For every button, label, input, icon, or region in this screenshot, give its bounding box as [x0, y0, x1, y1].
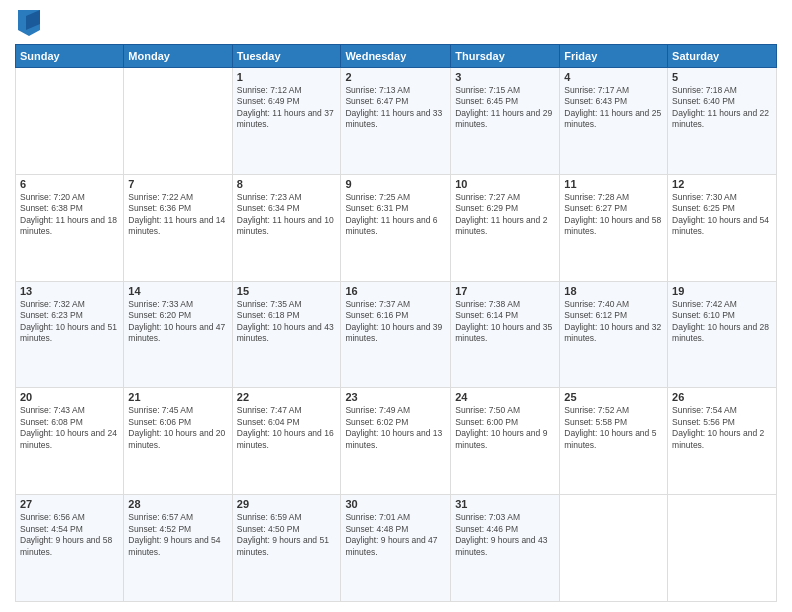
- day-info: Sunrise: 7:01 AMSunset: 4:48 PMDaylight:…: [345, 512, 446, 558]
- day-number: 31: [455, 498, 555, 510]
- day-number: 27: [20, 498, 119, 510]
- day-number: 9: [345, 178, 446, 190]
- calendar-cell: 16Sunrise: 7:37 AMSunset: 6:16 PMDayligh…: [341, 281, 451, 388]
- calendar-cell: 31Sunrise: 7:03 AMSunset: 4:46 PMDayligh…: [451, 495, 560, 602]
- day-number: 5: [672, 71, 772, 83]
- day-info: Sunrise: 7:13 AMSunset: 6:47 PMDaylight:…: [345, 85, 446, 131]
- day-header-friday: Friday: [560, 45, 668, 68]
- calendar-table: SundayMondayTuesdayWednesdayThursdayFrid…: [15, 44, 777, 602]
- calendar-cell: [124, 68, 232, 175]
- day-number: 18: [564, 285, 663, 297]
- calendar-cell: 2Sunrise: 7:13 AMSunset: 6:47 PMDaylight…: [341, 68, 451, 175]
- day-header-saturday: Saturday: [668, 45, 777, 68]
- calendar-cell: 4Sunrise: 7:17 AMSunset: 6:43 PMDaylight…: [560, 68, 668, 175]
- calendar-cell: 15Sunrise: 7:35 AMSunset: 6:18 PMDayligh…: [232, 281, 341, 388]
- calendar-cell: 28Sunrise: 6:57 AMSunset: 4:52 PMDayligh…: [124, 495, 232, 602]
- calendar-cell: 23Sunrise: 7:49 AMSunset: 6:02 PMDayligh…: [341, 388, 451, 495]
- day-number: 12: [672, 178, 772, 190]
- day-header-tuesday: Tuesday: [232, 45, 341, 68]
- calendar-cell: 13Sunrise: 7:32 AMSunset: 6:23 PMDayligh…: [16, 281, 124, 388]
- day-info: Sunrise: 7:50 AMSunset: 6:00 PMDaylight:…: [455, 405, 555, 451]
- day-number: 25: [564, 391, 663, 403]
- day-info: Sunrise: 7:20 AMSunset: 6:38 PMDaylight:…: [20, 192, 119, 238]
- calendar-cell: [16, 68, 124, 175]
- day-number: 15: [237, 285, 337, 297]
- day-info: Sunrise: 7:22 AMSunset: 6:36 PMDaylight:…: [128, 192, 227, 238]
- day-info: Sunrise: 7:03 AMSunset: 4:46 PMDaylight:…: [455, 512, 555, 558]
- day-info: Sunrise: 6:57 AMSunset: 4:52 PMDaylight:…: [128, 512, 227, 558]
- day-number: 16: [345, 285, 446, 297]
- calendar-cell: 12Sunrise: 7:30 AMSunset: 6:25 PMDayligh…: [668, 174, 777, 281]
- day-number: 1: [237, 71, 337, 83]
- logo: [15, 10, 40, 36]
- day-header-monday: Monday: [124, 45, 232, 68]
- calendar-week-3: 20Sunrise: 7:43 AMSunset: 6:08 PMDayligh…: [16, 388, 777, 495]
- day-info: Sunrise: 7:15 AMSunset: 6:45 PMDaylight:…: [455, 85, 555, 131]
- calendar-cell: 10Sunrise: 7:27 AMSunset: 6:29 PMDayligh…: [451, 174, 560, 281]
- day-header-sunday: Sunday: [16, 45, 124, 68]
- day-info: Sunrise: 7:33 AMSunset: 6:20 PMDaylight:…: [128, 299, 227, 345]
- day-info: Sunrise: 7:38 AMSunset: 6:14 PMDaylight:…: [455, 299, 555, 345]
- day-number: 29: [237, 498, 337, 510]
- calendar-cell: 21Sunrise: 7:45 AMSunset: 6:06 PMDayligh…: [124, 388, 232, 495]
- day-number: 17: [455, 285, 555, 297]
- day-number: 11: [564, 178, 663, 190]
- day-number: 21: [128, 391, 227, 403]
- day-number: 13: [20, 285, 119, 297]
- calendar-cell: 11Sunrise: 7:28 AMSunset: 6:27 PMDayligh…: [560, 174, 668, 281]
- day-info: Sunrise: 7:17 AMSunset: 6:43 PMDaylight:…: [564, 85, 663, 131]
- day-info: Sunrise: 7:37 AMSunset: 6:16 PMDaylight:…: [345, 299, 446, 345]
- calendar-cell: 9Sunrise: 7:25 AMSunset: 6:31 PMDaylight…: [341, 174, 451, 281]
- calendar-week-4: 27Sunrise: 6:56 AMSunset: 4:54 PMDayligh…: [16, 495, 777, 602]
- calendar-cell: 8Sunrise: 7:23 AMSunset: 6:34 PMDaylight…: [232, 174, 341, 281]
- calendar-cell: 17Sunrise: 7:38 AMSunset: 6:14 PMDayligh…: [451, 281, 560, 388]
- day-number: 20: [20, 391, 119, 403]
- day-number: 8: [237, 178, 337, 190]
- calendar-cell: 5Sunrise: 7:18 AMSunset: 6:40 PMDaylight…: [668, 68, 777, 175]
- calendar-cell: 29Sunrise: 6:59 AMSunset: 4:50 PMDayligh…: [232, 495, 341, 602]
- day-number: 14: [128, 285, 227, 297]
- day-header-wednesday: Wednesday: [341, 45, 451, 68]
- calendar-cell: [668, 495, 777, 602]
- day-info: Sunrise: 7:30 AMSunset: 6:25 PMDaylight:…: [672, 192, 772, 238]
- day-header-thursday: Thursday: [451, 45, 560, 68]
- calendar-week-0: 1Sunrise: 7:12 AMSunset: 6:49 PMDaylight…: [16, 68, 777, 175]
- day-number: 19: [672, 285, 772, 297]
- day-info: Sunrise: 7:47 AMSunset: 6:04 PMDaylight:…: [237, 405, 337, 451]
- calendar-week-1: 6Sunrise: 7:20 AMSunset: 6:38 PMDaylight…: [16, 174, 777, 281]
- calendar-week-2: 13Sunrise: 7:32 AMSunset: 6:23 PMDayligh…: [16, 281, 777, 388]
- logo-icon: [18, 10, 40, 36]
- day-number: 4: [564, 71, 663, 83]
- day-info: Sunrise: 7:27 AMSunset: 6:29 PMDaylight:…: [455, 192, 555, 238]
- day-info: Sunrise: 7:45 AMSunset: 6:06 PMDaylight:…: [128, 405, 227, 451]
- calendar-cell: 18Sunrise: 7:40 AMSunset: 6:12 PMDayligh…: [560, 281, 668, 388]
- day-info: Sunrise: 7:28 AMSunset: 6:27 PMDaylight:…: [564, 192, 663, 238]
- calendar-cell: 14Sunrise: 7:33 AMSunset: 6:20 PMDayligh…: [124, 281, 232, 388]
- header: [15, 10, 777, 36]
- day-info: Sunrise: 7:23 AMSunset: 6:34 PMDaylight:…: [237, 192, 337, 238]
- day-number: 2: [345, 71, 446, 83]
- calendar-cell: 1Sunrise: 7:12 AMSunset: 6:49 PMDaylight…: [232, 68, 341, 175]
- calendar-cell: 24Sunrise: 7:50 AMSunset: 6:00 PMDayligh…: [451, 388, 560, 495]
- day-info: Sunrise: 7:35 AMSunset: 6:18 PMDaylight:…: [237, 299, 337, 345]
- day-number: 23: [345, 391, 446, 403]
- day-info: Sunrise: 7:32 AMSunset: 6:23 PMDaylight:…: [20, 299, 119, 345]
- day-number: 26: [672, 391, 772, 403]
- day-info: Sunrise: 7:42 AMSunset: 6:10 PMDaylight:…: [672, 299, 772, 345]
- calendar-cell: 30Sunrise: 7:01 AMSunset: 4:48 PMDayligh…: [341, 495, 451, 602]
- calendar-cell: 19Sunrise: 7:42 AMSunset: 6:10 PMDayligh…: [668, 281, 777, 388]
- day-info: Sunrise: 7:49 AMSunset: 6:02 PMDaylight:…: [345, 405, 446, 451]
- day-info: Sunrise: 6:56 AMSunset: 4:54 PMDaylight:…: [20, 512, 119, 558]
- calendar-page: SundayMondayTuesdayWednesdayThursdayFrid…: [0, 0, 792, 612]
- calendar-cell: 27Sunrise: 6:56 AMSunset: 4:54 PMDayligh…: [16, 495, 124, 602]
- day-info: Sunrise: 7:25 AMSunset: 6:31 PMDaylight:…: [345, 192, 446, 238]
- calendar-cell: 3Sunrise: 7:15 AMSunset: 6:45 PMDaylight…: [451, 68, 560, 175]
- calendar-cell: 25Sunrise: 7:52 AMSunset: 5:58 PMDayligh…: [560, 388, 668, 495]
- day-info: Sunrise: 6:59 AMSunset: 4:50 PMDaylight:…: [237, 512, 337, 558]
- calendar-header-row: SundayMondayTuesdayWednesdayThursdayFrid…: [16, 45, 777, 68]
- calendar-cell: 6Sunrise: 7:20 AMSunset: 6:38 PMDaylight…: [16, 174, 124, 281]
- day-number: 30: [345, 498, 446, 510]
- day-info: Sunrise: 7:52 AMSunset: 5:58 PMDaylight:…: [564, 405, 663, 451]
- calendar-cell: 7Sunrise: 7:22 AMSunset: 6:36 PMDaylight…: [124, 174, 232, 281]
- day-info: Sunrise: 7:12 AMSunset: 6:49 PMDaylight:…: [237, 85, 337, 131]
